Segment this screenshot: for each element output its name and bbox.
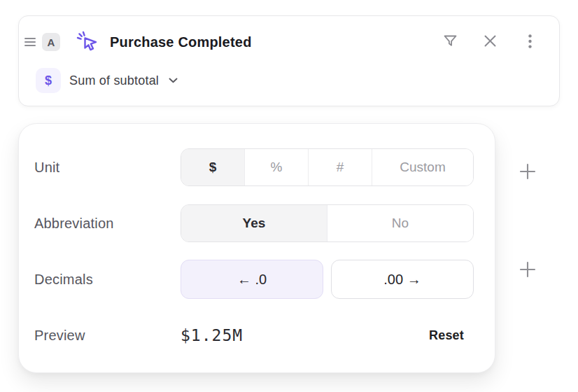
preview-row: Preview $1.25M Reset — [34, 307, 474, 363]
unit-option-number[interactable]: # — [308, 149, 372, 186]
format-panel: Unit $ % # Custom Abbreviation Yes No De… — [18, 123, 495, 373]
cursor-click-icon — [75, 29, 100, 55]
add-metric-button[interactable] — [518, 162, 537, 182]
reset-button[interactable]: Reset — [425, 328, 468, 344]
drag-handle-icon[interactable] — [23, 35, 37, 49]
event-card-header: A Purchase Completed — [19, 28, 559, 56]
abbreviation-row: Abbreviation Yes No — [34, 195, 474, 251]
unit-label: Unit — [34, 160, 181, 176]
filter-icon — [442, 33, 458, 51]
unit-segmented-control: $ % # Custom — [181, 148, 474, 186]
abbreviation-option-no[interactable]: No — [327, 205, 473, 241]
event-card-actions — [442, 34, 538, 50]
metric-config-view: A Purchase Completed — [0, 0, 578, 392]
event-title[interactable]: Purchase Completed — [110, 34, 252, 50]
abbreviation-label: Abbreviation — [34, 216, 181, 232]
metric-selector[interactable]: $ Sum of subtotal — [36, 68, 178, 93]
kebab-menu-icon — [528, 34, 532, 50]
filter-button[interactable] — [442, 34, 458, 50]
metric-unit-badge: $ — [36, 68, 61, 93]
chevron-down-icon — [169, 78, 178, 83]
unit-option-custom[interactable]: Custom — [372, 149, 473, 186]
event-series-badge: A — [42, 33, 60, 51]
close-icon — [483, 34, 498, 50]
preview-label: Preview — [34, 328, 181, 344]
event-card: A Purchase Completed — [18, 15, 560, 106]
abbreviation-segmented-control: Yes No — [181, 204, 474, 242]
unit-option-dollar[interactable]: $ — [181, 149, 244, 186]
increase-decimals-button[interactable]: .00 → — [331, 260, 474, 299]
plus-icon — [519, 163, 536, 182]
unit-row: Unit $ % # Custom — [34, 139, 474, 195]
plus-icon — [519, 261, 536, 280]
decimals-controls: ← .0 .00 → — [181, 260, 474, 299]
preview-value: $1.25M — [181, 326, 243, 344]
add-event-button[interactable] — [518, 260, 537, 280]
unit-option-percent[interactable]: % — [244, 149, 308, 186]
decrease-decimals-button[interactable]: ← .0 — [181, 260, 323, 299]
close-button[interactable] — [481, 34, 498, 50]
decimals-label: Decimals — [34, 272, 181, 288]
metric-label: Sum of subtotal — [69, 74, 159, 88]
abbreviation-option-yes[interactable]: Yes — [181, 205, 327, 241]
decimals-row: Decimals ← .0 .00 → — [34, 251, 474, 307]
more-options-button[interactable] — [521, 34, 538, 50]
